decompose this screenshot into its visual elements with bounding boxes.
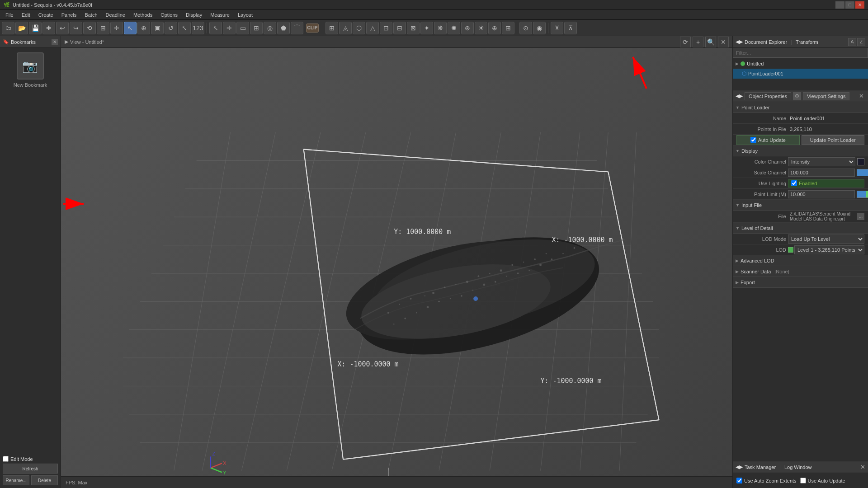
menu-create[interactable]: Create (35, 11, 57, 19)
viewport-search-btn[interactable]: 🔍 (705, 37, 716, 47)
menu-panels[interactable]: Panels (58, 11, 80, 19)
scale-channel-swatch[interactable] (857, 169, 868, 176)
toolbar-pts11[interactable]: ⊛ (461, 22, 474, 34)
toolbar-new-btn[interactable]: ✚ (42, 22, 55, 34)
toolbar-frame-btn[interactable]: ▭ (236, 22, 249, 34)
tree-item-untitled[interactable]: ▶ Untitled (733, 59, 868, 69)
section-inputfile[interactable]: ▼ Input File (733, 200, 868, 211)
color-channel-select[interactable]: Intensity (788, 157, 855, 166)
toolbar-crosshair-btn[interactable]: ✛ (223, 22, 236, 34)
toolbar-grid-btn[interactable]: ⊞ (97, 22, 109, 34)
point-limit-swatch[interactable] (857, 191, 868, 198)
task-auto-update-checkbox[interactable] (800, 478, 806, 483)
task-manager-close-btn[interactable]: ✕ (860, 464, 865, 470)
toolbar-pointer-btn[interactable]: ↖ (209, 22, 222, 34)
toolbar-open-btn[interactable]: 📂 (15, 22, 28, 34)
toolbar-curve-btn[interactable]: ⌒ (291, 22, 303, 34)
section-point-loader[interactable]: ▼ Point Loader (733, 102, 868, 113)
toolbar-scale-btn[interactable]: ⤡ (178, 22, 191, 34)
update-point-loader-btn[interactable]: Update Point Loader (802, 135, 865, 145)
auto-update-checkbox[interactable] (750, 137, 756, 143)
toolbar-align2[interactable]: ⊼ (564, 22, 577, 34)
toolbar-123-btn[interactable]: 123 (192, 22, 204, 34)
toolbar-transform-btn[interactable]: ⊕ (137, 22, 150, 34)
toolbar-pts5[interactable]: ⊡ (380, 22, 392, 34)
toolbar-pts14[interactable]: ⊞ (502, 22, 514, 34)
toolbar-rotate-btn[interactable]: ↺ (165, 22, 177, 34)
filepath-browse-btn[interactable]: … (857, 213, 864, 220)
toolbar-pts12[interactable]: ☀ (475, 22, 487, 34)
toolbar-pts3[interactable]: ⬡ (353, 22, 365, 34)
toolbar-poly-btn[interactable]: ⬟ (277, 22, 290, 34)
clip-button-group[interactable]: CLIP (304, 22, 321, 34)
menu-methods[interactable]: Methods (130, 11, 156, 19)
color-channel-swatch[interactable] (857, 158, 864, 165)
delete-button[interactable]: Delete (31, 475, 58, 485)
toolbar-redo-btn[interactable]: ↪ (70, 22, 82, 34)
menu-options[interactable]: Options (157, 11, 181, 19)
menu-deadline[interactable]: Deadline (102, 11, 129, 19)
menu-edit[interactable]: Edit (18, 11, 34, 19)
task-auto-update-check[interactable]: Use Auto Update (800, 478, 845, 483)
auto-update-btn[interactable]: Auto Update (736, 135, 800, 145)
auto-zoom-checkbox[interactable] (736, 478, 742, 483)
obj-props-close-btn[interactable]: ✕ (857, 92, 865, 100)
toolbar-file-btn[interactable]: 🗂 (2, 22, 14, 34)
bookmark-panel-close[interactable]: ✕ (52, 39, 58, 45)
toolbar-pts6[interactable]: ⊟ (393, 22, 406, 34)
viewport-close-btn[interactable]: ✕ (718, 37, 729, 47)
section-advlod[interactable]: ▶ Advanced LOD (733, 255, 868, 266)
toolbar-pts1[interactable]: ⊞ (326, 22, 338, 34)
maximize-button[interactable]: □ (845, 1, 854, 9)
filter-input[interactable] (733, 48, 868, 58)
toolbar-undo-btn[interactable]: ↩ (56, 22, 69, 34)
menu-measure[interactable]: Measure (207, 11, 233, 19)
use-lighting-checkbox[interactable] (791, 180, 797, 186)
menu-display[interactable]: Display (182, 11, 206, 19)
viewport-orbit-btn[interactable]: ⟳ (680, 37, 691, 47)
window-controls[interactable]: _ □ ✕ (835, 1, 864, 9)
point-limit-input[interactable] (788, 190, 855, 198)
toolbar-pts9[interactable]: ❋ (434, 22, 447, 34)
section-lod[interactable]: ▼ Level of Detail (733, 223, 868, 234)
toolbar-view1[interactable]: ⊙ (519, 22, 532, 34)
rename-button[interactable]: Rename... (3, 475, 29, 485)
menu-layout[interactable]: Layout (234, 11, 256, 19)
props-gear-btn[interactable]: ⚙ (793, 92, 801, 100)
edit-mode-checkbox[interactable] (3, 456, 9, 462)
section-export[interactable]: ▶ Export (733, 277, 868, 288)
toolbar-circle-btn[interactable]: ◎ (264, 22, 276, 34)
tree-item-pointloader[interactable]: ⬡ PointLoader001 (733, 69, 868, 79)
toolbar-save-btn[interactable]: 💾 (29, 22, 42, 34)
clip-btn[interactable]: CLIP (306, 23, 319, 33)
viewport-canvas[interactable]: Y: 1000.0000 m X: -1000.0000 m X: -1000.… (61, 48, 732, 476)
toolbar-pts4[interactable]: △ (366, 22, 379, 34)
auto-zoom-check[interactable]: Use Auto Zoom Extents (736, 478, 797, 483)
toolbar-align1[interactable]: ⊻ (551, 22, 563, 34)
obj-props-tab[interactable]: Object Properties (745, 92, 791, 100)
toolbar-refresh-btn[interactable]: ⟲ (83, 22, 96, 34)
toolbar-pts7[interactable]: ⊠ (407, 22, 420, 34)
toolbar-select-btn[interactable]: ↖ (124, 22, 137, 34)
toolbar-pts2[interactable]: ◬ (339, 22, 352, 34)
viewport-add-btn[interactable]: + (693, 37, 703, 47)
scale-channel-input[interactable] (788, 169, 855, 177)
section-display[interactable]: ▼ Display (733, 145, 868, 156)
menu-batch[interactable]: Batch (81, 11, 101, 19)
close-button[interactable]: ✕ (855, 1, 864, 9)
menu-file[interactable]: File (2, 11, 17, 19)
use-lighting-container[interactable]: Enabled (788, 179, 864, 188)
doc-explorer-btn1[interactable]: A (848, 38, 856, 46)
toolbar-grid2-btn[interactable]: ⊞ (250, 22, 263, 34)
toolbar-pts8[interactable]: ✦ (420, 22, 433, 34)
toolbar-view2[interactable]: ◉ (533, 22, 546, 34)
toolbar-rect-btn[interactable]: ▣ (151, 22, 164, 34)
toolbar-move-btn[interactable]: ✛ (110, 22, 123, 34)
viewport-settings-tab[interactable]: Viewport Settings (803, 92, 849, 100)
doc-explorer-btn2[interactable]: Z (857, 38, 865, 46)
lod-mode-select[interactable]: Load Up To Level (788, 235, 864, 244)
new-bookmark-item[interactable]: 📷 New Bookmark (14, 52, 47, 88)
lod-select[interactable]: Level 1 - 3,265,110 Points (794, 245, 864, 254)
toolbar-pts10[interactable]: ✺ (448, 22, 460, 34)
toolbar-pts13[interactable]: ⊕ (488, 22, 501, 34)
